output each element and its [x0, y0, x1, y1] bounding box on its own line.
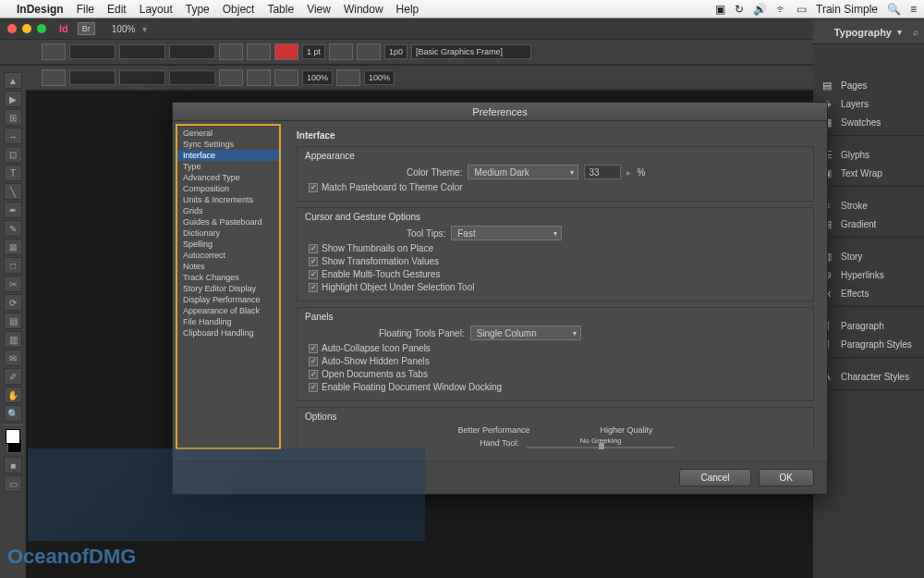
type-tool[interactable]: T: [4, 165, 22, 181]
w-field[interactable]: [119, 44, 165, 59]
rotate[interactable]: [219, 43, 243, 60]
stroke-weight[interactable]: 1 pt: [302, 44, 325, 59]
panel-character-styles[interactable]: ACharacter Styles: [813, 367, 924, 386]
pref-cat-spelling[interactable]: Spelling: [177, 239, 279, 250]
close-window[interactable]: [7, 24, 17, 33]
pref-cat-notes[interactable]: Notes: [177, 261, 279, 272]
pref-cat-guides[interactable]: Guides & Pasteboard: [177, 216, 279, 228]
tool-tips-dropdown[interactable]: Fast: [451, 226, 562, 240]
pref-cat-clipboard[interactable]: Clipboard Handling: [177, 327, 279, 338]
screen-mode[interactable]: ▭: [4, 475, 22, 492]
search-icon[interactable]: ⌕: [913, 27, 918, 37]
text-wrap[interactable]: [357, 43, 381, 60]
multitouch-checkbox[interactable]: ✓Enable Multi-Touch Gestures: [309, 269, 806, 279]
hand-tool-slider[interactable]: [527, 447, 675, 449]
pref-cat-adv-type[interactable]: Advanced Type: [177, 172, 279, 183]
thumbnails-checkbox[interactable]: ✓Show Thumbnails on Place: [309, 243, 806, 253]
zoom-tool[interactable]: 🔍: [4, 405, 22, 422]
panel-gradient[interactable]: ▤Gradient: [813, 215, 924, 233]
pref-cat-autocorrect[interactable]: Autocorrect: [177, 250, 279, 261]
app-name[interactable]: InDesign: [17, 3, 64, 16]
panel-effects[interactable]: fxEffects: [813, 284, 924, 302]
x-field[interactable]: [69, 44, 116, 59]
flip-h[interactable]: [247, 43, 271, 60]
menubar-label[interactable]: Train Simple: [816, 3, 878, 16]
wifi-icon[interactable]: ᯤ: [776, 3, 787, 16]
rectangle-tool[interactable]: □: [4, 257, 22, 274]
panel-story[interactable]: ▥Story: [813, 247, 924, 265]
tabs-checkbox[interactable]: ✓Open Documents as Tabs: [309, 369, 806, 379]
menu-window[interactable]: Window: [344, 3, 383, 16]
effects[interactable]: [329, 43, 353, 60]
fill-swatch[interactable]: [274, 43, 298, 60]
pen-tool[interactable]: ✒: [4, 202, 22, 218]
scale-y[interactable]: [169, 70, 215, 85]
menu-table[interactable]: Table: [267, 3, 294, 16]
pref-cat-black[interactable]: Appearance of Black: [177, 305, 279, 316]
pref-cat-type[interactable]: Type: [177, 161, 279, 172]
scale-x[interactable]: [169, 44, 215, 59]
object-style[interactable]: [Basic Graphics Frame]: [411, 44, 531, 59]
panel-paragraph-styles[interactable]: ¶Paragraph Styles: [813, 335, 924, 353]
ok-button[interactable]: OK: [759, 469, 814, 486]
gradient-swatch-tool[interactable]: ▤: [4, 313, 22, 329]
gap-tool[interactable]: ↔: [4, 128, 22, 144]
notifications-icon[interactable]: ≡: [910, 3, 917, 16]
panel-swatches[interactable]: ▦Swatches: [813, 113, 924, 131]
menu-view[interactable]: View: [307, 3, 331, 16]
menu-edit[interactable]: Edit: [107, 3, 127, 16]
flip-v[interactable]: [247, 69, 271, 86]
theme-pct-field[interactable]: 33: [584, 165, 621, 179]
pref-cat-story-editor[interactable]: Story Editor Display: [177, 283, 279, 294]
scissors-tool[interactable]: ✂: [4, 276, 22, 292]
docking-checkbox[interactable]: ✓Enable Floating Document Window Docking: [309, 382, 806, 392]
workspace-selector[interactable]: Typography ▾ ⌕: [813, 20, 924, 44]
cancel-button[interactable]: Cancel: [679, 469, 750, 486]
zoom-dropdown-icon[interactable]: ▾: [142, 24, 147, 34]
pct-stepper-icon[interactable]: ▸: [626, 167, 631, 178]
pref-cat-sync[interactable]: Sync Settings: [177, 139, 279, 150]
corners[interactable]: [336, 69, 360, 86]
color-theme-dropdown[interactable]: Medium Dark: [468, 165, 578, 179]
menu-object[interactable]: Object: [223, 3, 255, 16]
pref-cat-track[interactable]: Track Changes: [177, 272, 279, 283]
menu-layout[interactable]: Layout: [140, 3, 173, 16]
pref-cat-units[interactable]: Units & Increments: [177, 194, 279, 205]
match-pasteboard-checkbox[interactable]: ✓Match Pasteboard to Theme Color: [309, 182, 806, 192]
free-transform-tool[interactable]: ⟳: [4, 294, 22, 311]
gradient-feather-tool[interactable]: ▥: [4, 331, 22, 348]
panel-paragraph[interactable]: ¶Paragraph: [813, 316, 924, 335]
selection-tool[interactable]: ▲: [4, 72, 22, 89]
rectangle-frame-tool[interactable]: ⊠: [4, 239, 22, 255]
pref-cat-grids[interactable]: Grids: [177, 205, 279, 216]
pct2[interactable]: 100%: [364, 70, 395, 85]
transformation-checkbox[interactable]: ✓Show Transformation Values: [309, 256, 806, 266]
spotlight-icon[interactable]: 🔍: [887, 3, 901, 16]
units-field[interactable]: 1p0: [384, 44, 407, 59]
menu-help[interactable]: Help: [396, 3, 419, 16]
panel-pages[interactable]: ▤Pages: [813, 76, 924, 94]
h-field[interactable]: [119, 70, 165, 85]
line-tool[interactable]: ╲: [4, 183, 22, 200]
pref-cat-dictionary[interactable]: Dictionary: [177, 228, 279, 239]
volume-icon[interactable]: 🔊: [753, 3, 767, 16]
menu-type[interactable]: Type: [186, 3, 210, 16]
zoom-level[interactable]: 100%: [112, 24, 136, 34]
minimize-window[interactable]: [22, 24, 31, 33]
pencil-tool[interactable]: ✎: [4, 220, 22, 237]
panel-hyperlinks[interactable]: ⊛Hyperlinks: [813, 265, 924, 284]
pref-category-list[interactable]: General Sync Settings Interface Type Adv…: [176, 124, 281, 449]
pref-cat-composition[interactable]: Composition: [177, 183, 279, 194]
fill-color[interactable]: [6, 429, 20, 444]
pref-cat-interface[interactable]: Interface: [177, 150, 279, 161]
battery-icon[interactable]: ▭: [796, 3, 807, 16]
y-field[interactable]: [69, 70, 116, 85]
stroke-swatch[interactable]: [274, 69, 298, 86]
bridge-button[interactable]: Br: [78, 22, 95, 35]
content-collector[interactable]: ⊡: [4, 146, 22, 163]
direct-selection-tool[interactable]: ▶: [4, 91, 22, 107]
ref-point[interactable]: [42, 43, 66, 60]
note-tool[interactable]: ✉: [4, 350, 22, 366]
pref-cat-display[interactable]: Display Performance: [177, 294, 279, 305]
panel-text-wrap[interactable]: ▣Text Wrap: [813, 164, 924, 182]
